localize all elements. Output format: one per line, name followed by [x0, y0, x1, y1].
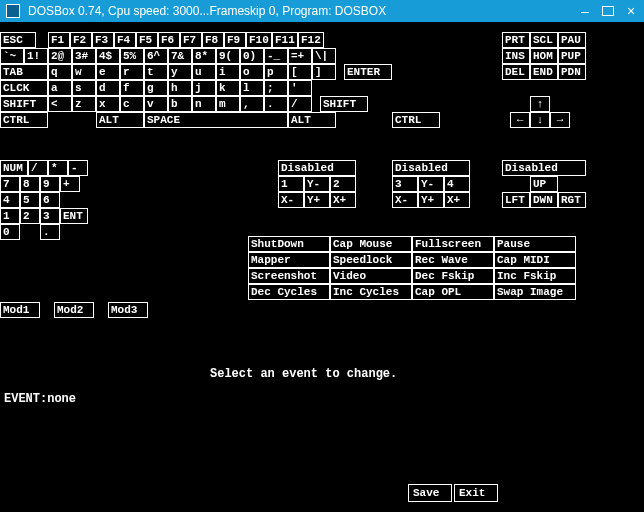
numpad-9[interactable]: 9: [40, 176, 60, 192]
key-y[interactable]: y: [168, 64, 192, 80]
key-pau[interactable]: PAU: [558, 32, 586, 48]
key-lctrl[interactable]: CTRL: [0, 112, 48, 128]
key-o[interactable]: o: [240, 64, 264, 80]
numpad-5[interactable]: 5: [20, 192, 40, 208]
key-q[interactable]: q: [48, 64, 72, 80]
close-button[interactable]: ×: [624, 4, 638, 18]
numpad-add[interactable]: +: [60, 176, 80, 192]
key-3[interactable]: 3#: [72, 48, 96, 64]
key-comma[interactable]: ,: [240, 96, 264, 112]
key-9[interactable]: 9(: [216, 48, 240, 64]
action-swapimage[interactable]: Swap Image: [494, 284, 576, 300]
key-ins[interactable]: INS: [502, 48, 530, 64]
key-f5[interactable]: F5: [136, 32, 158, 48]
key-rbracket[interactable]: ]: [312, 64, 336, 80]
key-pup[interactable]: PUP: [558, 48, 586, 64]
numpad-7[interactable]: 7: [0, 176, 20, 192]
joy1-yplus[interactable]: Y+: [304, 192, 330, 208]
key-x[interactable]: x: [96, 96, 120, 112]
maximize-button[interactable]: [602, 6, 614, 16]
action-mapper[interactable]: Mapper: [248, 252, 330, 268]
action-pause[interactable]: Pause: [494, 236, 576, 252]
action-recwave[interactable]: Rec Wave: [412, 252, 494, 268]
numpad-div[interactable]: /: [28, 160, 48, 176]
key-e[interactable]: e: [96, 64, 120, 80]
key-0[interactable]: 0): [240, 48, 264, 64]
joy2-xplus[interactable]: X+: [444, 192, 470, 208]
key-backslash[interactable]: \|: [312, 48, 336, 64]
numpad-0[interactable]: 0: [0, 224, 20, 240]
action-incfskip[interactable]: Inc Fskip: [494, 268, 576, 284]
key-f6[interactable]: F6: [158, 32, 180, 48]
key-f4[interactable]: F4: [114, 32, 136, 48]
key-u[interactable]: u: [192, 64, 216, 80]
numpad-1[interactable]: 1: [0, 208, 20, 224]
joy2-b3[interactable]: 3: [392, 176, 418, 192]
key-m[interactable]: m: [216, 96, 240, 112]
action-deccycles[interactable]: Dec Cycles: [248, 284, 330, 300]
key-tilde[interactable]: `~: [0, 48, 24, 64]
key-k[interactable]: k: [216, 80, 240, 96]
key-2[interactable]: 2@: [48, 48, 72, 64]
key-lalt[interactable]: ALT: [96, 112, 144, 128]
numpad-sub[interactable]: -: [68, 160, 88, 176]
key-esc[interactable]: ESC: [0, 32, 36, 48]
key-p[interactable]: p: [264, 64, 288, 80]
key-down[interactable]: ↓: [530, 112, 550, 128]
key-v[interactable]: v: [144, 96, 168, 112]
key-quote[interactable]: ': [288, 80, 312, 96]
key-7[interactable]: 7&: [168, 48, 192, 64]
numpad-3[interactable]: 3: [40, 208, 60, 224]
joy1-b2[interactable]: 2: [330, 176, 356, 192]
action-fullscreen[interactable]: Fullscreen: [412, 236, 494, 252]
key-lshift[interactable]: SHIFT: [0, 96, 48, 112]
key-end[interactable]: END: [530, 64, 558, 80]
mod1-button[interactable]: Mod1: [0, 302, 40, 318]
key-s[interactable]: s: [72, 80, 96, 96]
key-rshift[interactable]: SHIFT: [320, 96, 368, 112]
key-f2[interactable]: F2: [70, 32, 92, 48]
action-shutdown[interactable]: ShutDown: [248, 236, 330, 252]
numpad-4[interactable]: 4: [0, 192, 20, 208]
action-inccycles[interactable]: Inc Cycles: [330, 284, 412, 300]
numpad-6[interactable]: 6: [40, 192, 60, 208]
numpad-2[interactable]: 2: [20, 208, 40, 224]
key-pdn[interactable]: PDN: [558, 64, 586, 80]
key-f11[interactable]: F11: [272, 32, 298, 48]
action-video[interactable]: Video: [330, 268, 412, 284]
key-rctrl[interactable]: CTRL: [392, 112, 440, 128]
exit-button[interactable]: Exit: [454, 484, 498, 502]
mod2-button[interactable]: Mod2: [54, 302, 94, 318]
key-g[interactable]: g: [144, 80, 168, 96]
joy2-b4[interactable]: 4: [444, 176, 470, 192]
key-1[interactable]: 1!: [24, 48, 48, 64]
numpad-8[interactable]: 8: [20, 176, 40, 192]
key-enter[interactable]: ENTER: [344, 64, 392, 80]
joy1-xminus[interactable]: X-: [278, 192, 304, 208]
action-screenshot[interactable]: Screenshot: [248, 268, 330, 284]
key-z[interactable]: z: [72, 96, 96, 112]
key-f1[interactable]: F1: [48, 32, 70, 48]
key-ralt[interactable]: ALT: [288, 112, 336, 128]
key-space[interactable]: SPACE: [144, 112, 288, 128]
key-l[interactable]: l: [240, 80, 264, 96]
joy1-b1[interactable]: 1: [278, 176, 304, 192]
key-minus[interactable]: -_: [264, 48, 288, 64]
key-tab[interactable]: TAB: [0, 64, 48, 80]
key-slash[interactable]: /: [288, 96, 312, 112]
save-button[interactable]: Save: [408, 484, 452, 502]
key-up[interactable]: ↑: [530, 96, 550, 112]
key-w[interactable]: w: [72, 64, 96, 80]
key-b[interactable]: b: [168, 96, 192, 112]
action-speedlock[interactable]: Speedlock: [330, 252, 412, 268]
mod3-button[interactable]: Mod3: [108, 302, 148, 318]
key-r[interactable]: r: [120, 64, 144, 80]
key-left[interactable]: ←: [510, 112, 530, 128]
key-d[interactable]: d: [96, 80, 120, 96]
key-5[interactable]: 5%: [120, 48, 144, 64]
key-f8[interactable]: F8: [202, 32, 224, 48]
key-4[interactable]: 4$: [96, 48, 120, 64]
action-decfskip[interactable]: Dec Fskip: [412, 268, 494, 284]
key-clck[interactable]: CLCK: [0, 80, 48, 96]
key-i[interactable]: i: [216, 64, 240, 80]
